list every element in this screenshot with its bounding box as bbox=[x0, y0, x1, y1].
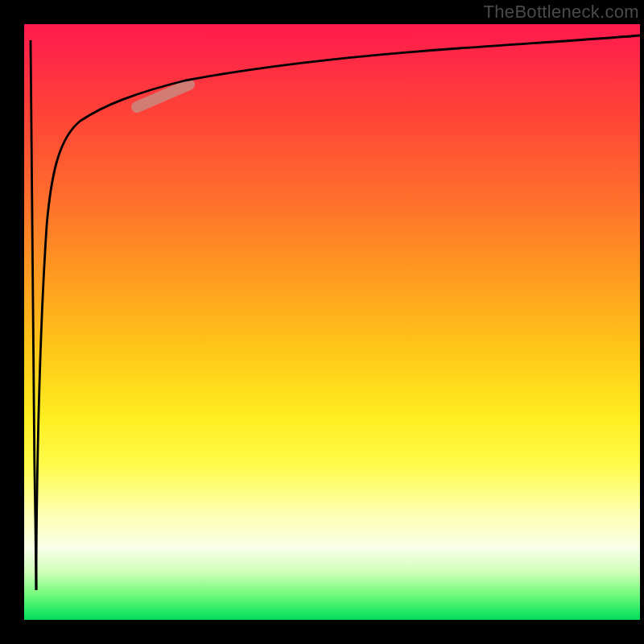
curve-svg bbox=[24, 24, 640, 620]
main-curve bbox=[36, 35, 640, 590]
watermark-label: TheBottleneck.com bbox=[484, 2, 639, 23]
highlight-segment bbox=[137, 85, 189, 107]
chart-canvas: TheBottleneck.com bbox=[0, 0, 644, 644]
plot-area bbox=[24, 24, 640, 620]
initial-drop bbox=[31, 40, 36, 590]
